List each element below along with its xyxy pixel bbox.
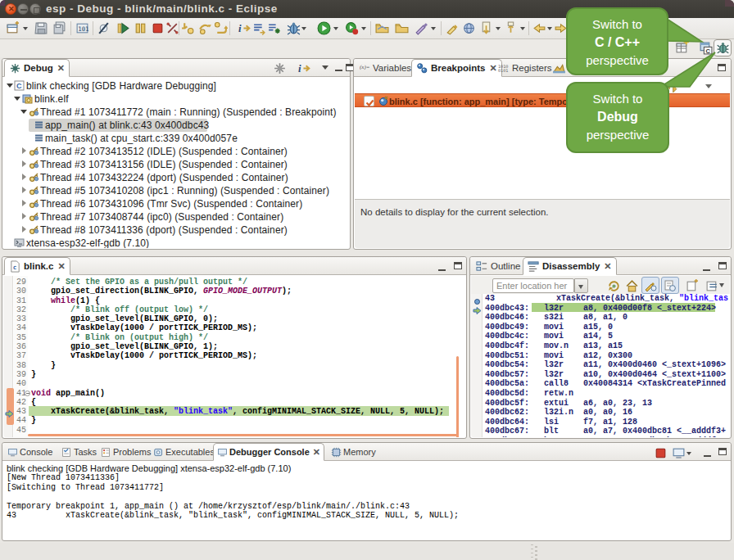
svg-text:0101: 0101 [498, 68, 508, 73]
svg-text:c: c [13, 264, 17, 271]
svg-text:C: C [16, 82, 22, 90]
svg-text:i: i [238, 23, 242, 34]
svg-text:101: 101 [78, 25, 88, 33]
svg-text:i: i [298, 63, 301, 75]
svg-text:(x)=: (x)= [360, 64, 370, 70]
